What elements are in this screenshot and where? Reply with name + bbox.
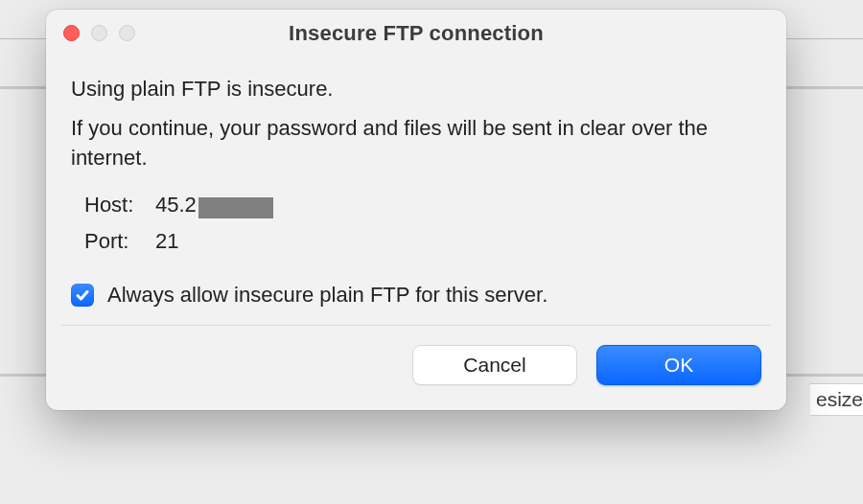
warning-heading: Using plain FTP is insecure. <box>71 74 761 103</box>
checkmark-icon <box>75 287 90 303</box>
host-value: 45.2 <box>155 193 273 218</box>
port-row: Port: 21 <box>84 229 761 254</box>
dialog-body: Using plain FTP is insecure. If you cont… <box>46 58 786 173</box>
connection-info: Host: 45.2 Port: 21 <box>46 193 786 254</box>
dialog-title: Insecure FTP connection <box>46 21 786 46</box>
minimize-window-button <box>91 25 107 41</box>
host-value-redacted <box>198 197 273 218</box>
port-value: 21 <box>155 229 178 254</box>
always-allow-row: Always allow insecure plain FTP for this… <box>46 265 786 325</box>
dialog-titlebar: Insecure FTP connection <box>46 10 786 58</box>
always-allow-checkbox[interactable] <box>71 284 94 307</box>
insecure-ftp-dialog: Insecure FTP connection Using plain FTP … <box>46 10 786 410</box>
background-column-header-fragment: esize <box>810 383 863 416</box>
always-allow-label: Always allow insecure plain FTP for this… <box>107 283 548 308</box>
host-value-visible: 45.2 <box>155 193 197 218</box>
zoom-window-button <box>119 25 135 41</box>
port-label: Port: <box>84 229 142 254</box>
host-row: Host: 45.2 <box>84 193 761 218</box>
cancel-button[interactable]: Cancel <box>412 345 577 385</box>
close-window-button[interactable] <box>63 25 80 41</box>
window-controls <box>63 25 135 41</box>
host-label: Host: <box>84 193 142 218</box>
warning-detail: If you continue, your password and files… <box>71 113 761 172</box>
ok-button[interactable]: OK <box>596 345 761 385</box>
dialog-footer: Cancel OK <box>46 326 786 410</box>
